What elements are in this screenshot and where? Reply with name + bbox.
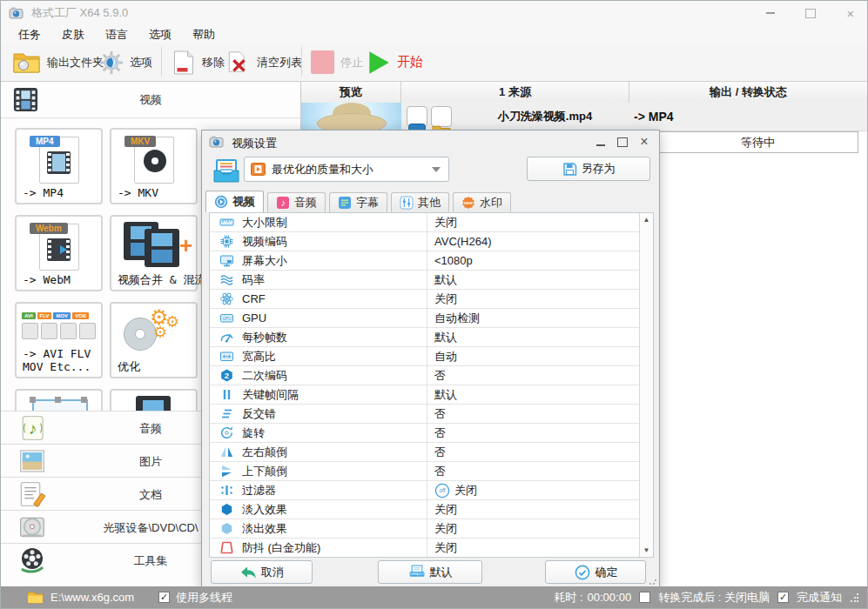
tab-subtitle[interactable]: 字幕 [329,192,387,212]
video-section-header[interactable]: 视频 [1,82,300,118]
menu-options[interactable]: 选项 [138,25,182,44]
card-to-mp4[interactable]: MP4 -> MP4 [15,128,103,204]
svg-text:DEFAULT: DEFAULT [410,572,425,576]
elapsed-value: 00:00:00 [588,591,632,604]
column-output-status[interactable]: 输出 / 转换状态 [629,82,867,103]
menu-language[interactable]: 语言 [95,25,138,44]
keyframe-icon [219,387,234,402]
options-button[interactable]: 选项 [99,46,152,78]
profile-tray-icon [212,157,240,184]
dialog-resize-grip[interactable] [649,577,657,586]
row-fade-in[interactable]: 淡入效果 关闭 [210,500,653,519]
conversion-status: 等待中 [657,131,858,153]
cancel-button[interactable]: 取消 [211,560,313,584]
check-circle-icon [574,565,591,580]
shutdown-after-label: 转换完成后 : 关闭电脑 [658,590,770,606]
row-screen-size[interactable]: 屏幕大小 <1080p [210,251,653,271]
row-fps[interactable]: 每秒帧数 默认 [210,328,653,347]
profile-dropdown[interactable]: 最优化的质量和大小 [244,157,449,182]
output-path[interactable]: E:\www.x6g.com [50,591,134,604]
multithread-checkbox[interactable]: ✓ [158,592,170,603]
row-aspect-ratio[interactable]: 宽高比 自动 [210,347,653,366]
scrollbar[interactable]: ▲ ▼ [639,213,653,557]
title-bar: 格式工厂 X64 5.9.0 × [1,1,867,25]
ok-button[interactable]: 确定 [545,560,646,584]
row-fade-out[interactable]: 淡出效果 关闭 [210,519,653,539]
toolbar-divider [161,47,162,77]
column-preview[interactable]: 预览 [301,82,401,103]
aspect-icon [219,349,234,364]
remove-button[interactable]: 移除 [172,46,225,78]
shutdown-after-checkbox[interactable] [639,592,650,603]
flip-vertical-icon [219,464,234,478]
tab-video[interactable]: 视频 [205,191,264,212]
tab-watermark[interactable]: NEW 水印 [453,192,511,212]
file-icon: Webm [39,224,79,271]
row-flip-vertical[interactable]: 上下颠倒 否 [210,462,653,481]
row-two-pass[interactable]: 2 二次编码 否 [210,366,653,385]
dialog-icon [209,135,224,150]
row-bitrate[interactable]: 码率 默认 [210,271,653,290]
clear-list-button[interactable]: 清空列表 [226,46,302,78]
menu-skin[interactable]: 皮肤 [51,25,95,44]
start-button[interactable]: 开始 [367,46,423,78]
output-folder-button[interactable]: 输出文件夹 [12,46,104,78]
dialog-maximize-button[interactable] [615,134,630,150]
music-note-icon: ♪ [276,196,290,210]
toolbar: 输出文件夹 选项 移除 清空列表 停止 开始 [1,44,867,82]
row-stabilize[interactable]: 防抖 (白金功能) 关闭 [210,539,653,557]
two-pass-icon: 2 [219,368,234,383]
app-window: 格式工厂 X64 5.9.0 × 任务 皮肤 语言 选项 帮助 输出文件夹 选项… [0,0,868,609]
card-optimize[interactable]: ⚙ ⚙ ⚙ 优化 [110,302,198,378]
close-button[interactable]: × [841,4,860,22]
row-video-codec[interactable]: 视频编码 AVC(H264) [210,232,653,251]
window-resize-grip[interactable] [850,592,858,603]
task-row[interactable]: i 小刀洗澡视频.mp4 -> MP4 [301,103,867,131]
task-table-header: 预览 1 来源 输出 / 转换状态 [301,82,867,104]
dialog-minimize-button[interactable] [593,134,609,150]
gears-disc-icon: ⚙ ⚙ ⚙ [124,311,181,356]
rotate-icon [219,425,234,440]
minimize-button[interactable] [761,4,780,22]
notify-checkbox[interactable]: ✓ [777,592,789,603]
wave-icon [219,272,234,287]
tab-other[interactable]: 其他 [391,192,449,212]
row-keyframe-interval[interactable]: 关键帧间隔 默认 [210,385,653,405]
hexagon-dark-icon [219,502,234,517]
card-to-webm[interactable]: Webm -> WebM [15,215,103,291]
file-icon: MP4 [39,137,79,184]
card-video-merge[interactable]: + 视频合并 & 混流 [110,215,198,291]
svg-text:NEW: NEW [464,201,473,205]
svg-text:off: off [440,487,446,493]
row-size-limit[interactable]: 大小限制 关闭 [210,213,653,232]
maximize-button[interactable] [801,4,820,22]
dialog-close-button[interactable]: × [636,134,652,150]
row-gpu[interactable]: GPU GPU 自动检测 [210,309,653,328]
multithread-label: 使用多线程 [176,590,232,606]
row-crf[interactable]: CRF 关闭 [210,290,653,309]
menu-help[interactable]: 帮助 [182,25,225,44]
save-as-button[interactable]: 另存为 [527,157,650,181]
scroll-up-icon[interactable]: ▲ [640,216,653,224]
row-deinterlace[interactable]: 反交错 否 [210,405,653,424]
row-flip-horizontal[interactable]: 左右颠倒 否 [210,443,653,462]
column-source[interactable]: 1 来源 [401,82,629,103]
settings-list: 大小限制 关闭 视频编码 AVC(H264) 屏幕大小 <1080p 码率 默认… [209,212,654,558]
clear-list-icon [226,50,251,76]
svg-text:♪: ♪ [280,197,286,208]
chevron-down-icon [432,167,441,172]
row-rotate[interactable]: 旋转 否 [210,424,653,443]
output-folder-icon [12,50,41,76]
card-to-mkv[interactable]: MKV -> MKV [110,128,198,204]
card-to-avi-flv-mov[interactable]: AVI FLV MOV VOB -> AVI FLVMOV Etc... [15,302,103,378]
menu-task[interactable]: 任务 [8,25,51,44]
tab-audio[interactable]: ♪ 音频 [267,192,326,212]
info-button[interactable]: i [407,106,427,127]
row-filter[interactable]: 过滤器 off关闭 [210,481,653,500]
scroll-down-icon[interactable]: ▼ [640,546,653,554]
dialog-title: 视频设置 [232,136,277,151]
subtitle-icon [338,196,352,210]
stop-button[interactable]: 停止 [311,46,363,78]
open-folder-button[interactable] [431,106,452,127]
default-button[interactable]: DEFAULT 默认 [378,560,482,584]
